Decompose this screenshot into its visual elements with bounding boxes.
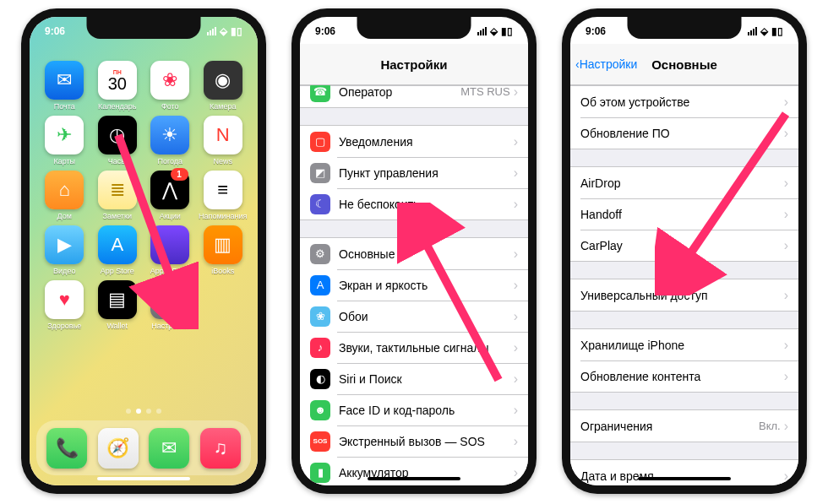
row-Обновление ПО[interactable]: Обновление ПО› <box>570 117 798 149</box>
app-label: Wallet <box>106 322 128 330</box>
app-Настройки[interactable]: ⚙ 2 Настройки <box>145 280 195 330</box>
app-App Store[interactable]: A App Store <box>93 225 143 275</box>
back-button[interactable]: ‹ Настройки <box>575 57 637 71</box>
row-label: Звуки, тактильные сигналы <box>339 341 514 355</box>
status-time: 9:06 <box>315 25 335 37</box>
row-Дата и время[interactable]: Дата и время› <box>570 460 798 485</box>
app-Карты[interactable]: ✈︎ Карты <box>40 116 90 165</box>
phone-home: 9:06 ⬙ ▮▯ ✉ ПочтаПН30 Календарь❀ Фото◉ К… <box>21 8 266 494</box>
app-Почта[interactable]: ✉ Почта <box>40 61 90 111</box>
chevron-icon: › <box>784 288 788 303</box>
app-icon: A <box>98 225 137 264</box>
app-label: Здоровье <box>47 322 81 330</box>
chevron-icon: › <box>514 465 518 480</box>
battery-icon: ▮▯ <box>231 25 242 37</box>
chevron-icon: › <box>514 134 518 149</box>
app-Погода[interactable]: ☀ Погода <box>145 116 195 165</box>
app-Фото[interactable]: ❀ Фото <box>145 61 195 111</box>
row-Экран и яркость[interactable]: AЭкран и яркость› <box>300 269 528 301</box>
row-label: Face ID и код-пароль <box>339 404 514 417</box>
row-Аккумулятор[interactable]: ▮Аккумулятор› <box>300 457 528 485</box>
row-icon: ▮ <box>310 463 330 483</box>
app-Дом[interactable]: ⌂ Дом <box>40 171 90 220</box>
row-Универсальный доступ[interactable]: Универсальный доступ› <box>570 279 798 311</box>
app-icon: ◷ <box>98 116 137 154</box>
row-icon: ☎ <box>310 85 330 102</box>
home-indicator[interactable] <box>638 477 731 480</box>
app-News[interactable]: N News <box>199 116 248 165</box>
chevron-icon: › <box>784 126 788 141</box>
home-indicator[interactable] <box>368 477 460 480</box>
row-icon: ☻ <box>310 400 330 420</box>
app-label: Карты <box>53 157 75 165</box>
dock-app[interactable]: 🧭 <box>98 428 139 469</box>
app-icon: ▥ <box>204 225 242 264</box>
row-icon: ⚙ <box>310 244 330 264</box>
app-label: Фото <box>161 102 179 111</box>
row-Пункт управления[interactable]: ◩Пункт управления› <box>300 157 528 188</box>
general-list[interactable]: Об этом устройстве›Обновление ПО›AirDrop… <box>570 85 798 485</box>
row-Основные[interactable]: ⚙Основные› <box>300 238 528 269</box>
app-label: Календарь <box>98 102 136 111</box>
settings-list[interactable]: ☎ОператорMTS RUS›▢Уведомления›◩Пункт упр… <box>300 85 528 485</box>
row-icon: ☾ <box>310 194 330 214</box>
chevron-icon: › <box>514 403 518 418</box>
app-Видео[interactable]: ▶ Видео <box>40 225 90 275</box>
app-Камера[interactable]: ◉ Камера <box>199 61 248 111</box>
row-Экстренный вызов — SOS[interactable]: SOSЭкстренный вызов — SOS› <box>300 425 528 457</box>
row-Уведомления[interactable]: ▢Уведомления› <box>300 126 528 157</box>
row-Хранилище iPhone[interactable]: Хранилище iPhone› <box>570 329 798 360</box>
dock-app[interactable]: ♫ <box>200 428 241 469</box>
app-icon: ≡ <box>204 171 242 209</box>
row-Об этом устройстве[interactable]: Об этом устройстве› <box>570 86 798 117</box>
row-Звуки, тактильные сигналы[interactable]: ♪Звуки, тактильные сигналы› <box>300 332 528 363</box>
chevron-icon: › <box>514 434 518 449</box>
home-indicator[interactable] <box>97 477 190 480</box>
app-icon: ▤ <box>98 280 137 319</box>
app-iBooks[interactable]: ▥ iBooks <box>199 225 248 275</box>
row-Обновление контента[interactable]: Обновление контента› <box>570 360 798 392</box>
row-Handoff[interactable]: Handoff› <box>570 198 798 230</box>
app-label: Видео <box>53 267 75 275</box>
dock-app[interactable]: 📞 <box>46 428 87 469</box>
row-label: Экран и яркость <box>339 279 514 292</box>
row-Ограничения[interactable]: ОграниченияВкл.› <box>570 410 798 442</box>
app-Напоминания[interactable]: ≡ Напоминания <box>199 171 248 220</box>
row-Не беспокоить[interactable]: ☾Не беспокоить› <box>300 188 528 219</box>
app-Заметки[interactable]: ≣ Заметки <box>93 171 143 220</box>
row-Оператор[interactable]: ☎ОператорMTS RUS› <box>300 85 528 107</box>
app-Здоровье[interactable]: ♥ Здоровье <box>40 280 90 330</box>
app-label: Почта <box>54 102 75 111</box>
row-Siri и Поиск[interactable]: ◐Siri и Поиск› <box>300 363 528 394</box>
app-Wallet[interactable]: ▤ Wallet <box>93 280 143 330</box>
app-Apple Store[interactable]: Apple Store <box>145 225 195 275</box>
app-Часы[interactable]: ◷ Часы <box>93 116 143 165</box>
chevron-icon: › <box>784 95 788 110</box>
app-Акции[interactable]: ⋀ 1 Акции <box>145 171 195 220</box>
app-Календарь[interactable]: ПН30 Календарь <box>93 61 143 111</box>
chevron-icon: › <box>514 340 518 355</box>
wifi-icon: ⬙ <box>220 25 227 37</box>
row-label: AirDrop <box>580 176 784 190</box>
app-label: Apple Store <box>150 267 190 275</box>
row-Обои[interactable]: ❀Обои› <box>300 301 528 332</box>
chevron-icon: › <box>514 278 518 293</box>
signal-icon <box>748 27 757 35</box>
row-label: Основные <box>339 247 514 261</box>
row-label: Об этом устройстве <box>580 95 784 109</box>
chevron-icon: › <box>784 338 788 353</box>
row-label: Хранилище iPhone <box>580 339 784 352</box>
dock-app[interactable]: ✉ <box>149 428 189 469</box>
row-CarPlay[interactable]: CarPlay› <box>570 230 798 261</box>
nav-bar: ‹ Настройки Основные <box>570 44 798 85</box>
badge: 1 <box>171 168 188 181</box>
signal-icon <box>477 27 487 35</box>
row-Face ID и код-пароль[interactable]: ☻Face ID и код-пароль› <box>300 394 528 425</box>
app-icon: ПН30 <box>98 61 137 100</box>
row-AirDrop[interactable]: AirDrop› <box>570 167 798 198</box>
chevron-icon: › <box>784 176 788 191</box>
app-icon: ✈︎ <box>45 116 84 154</box>
row-icon: ▢ <box>310 132 330 152</box>
row-label: Экстренный вызов — SOS <box>339 435 514 448</box>
row-label: Уведомления <box>339 135 514 149</box>
